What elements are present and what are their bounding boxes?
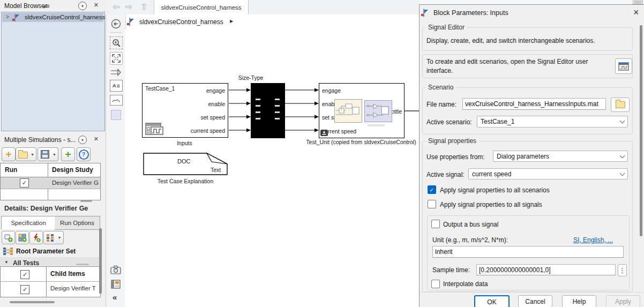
inputs-block[interactable]: TestCase_1 engage enable set speed curre… — [142, 83, 228, 138]
breadcrumb[interactable]: sldvexCruiseControl_harness — [139, 18, 223, 26]
tab-specification[interactable]: Specification — [1, 216, 56, 229]
browse-folder-icon — [616, 101, 625, 108]
back-icon[interactable]: ⇦ — [113, 2, 119, 12]
hide-browser-icon[interactable] — [110, 18, 122, 29]
breadcrumb-caret-icon[interactable]: ▶ — [230, 19, 233, 24]
tree-expand-icon[interactable]: > — [6, 14, 9, 20]
annotation-icon[interactable]: A≡ — [110, 80, 123, 92]
design-study-table: Run Design Study Design Verifier G — [0, 163, 101, 200]
dialog-scrollbar-thumb[interactable] — [640, 25, 642, 236]
area-box-icon[interactable] — [111, 110, 121, 120]
signal-properties-group: Signal properties Use properties from: D… — [422, 141, 633, 292]
add-parameter-set-button[interactable] — [2, 231, 15, 244]
child-items-checkbox[interactable] — [20, 270, 29, 279]
fit-to-view-icon[interactable] — [110, 52, 123, 65]
zoom-tool-icon[interactable] — [110, 36, 123, 49]
apply-all-signals-checkbox[interactable] — [428, 200, 436, 208]
open-signal-editor-button[interactable] — [615, 58, 632, 74]
add-design-study-button[interactable]: + — [61, 147, 75, 161]
model-browser-title: Model Browser — [4, 2, 47, 10]
help-button[interactable]: ? — [77, 147, 91, 161]
sample-time-input[interactable] — [476, 264, 616, 275]
panel-menu-icon[interactable]: ▾≡ — [43, 2, 50, 10]
model-browser-close-icon[interactable]: × — [94, 1, 99, 9]
unit-systems-link[interactable]: SI, English, ... — [573, 236, 613, 244]
inputs-port-current-speed: current speed — [191, 128, 225, 134]
apply-button[interactable]: Apply — [606, 295, 640, 307]
apply-all-scenarios-checkbox[interactable] — [428, 185, 436, 194]
active-signal-dropdown[interactable]: current speed — [468, 168, 628, 179]
size-type-title: Size-Type — [232, 74, 269, 81]
screenshot-icon[interactable] — [110, 264, 122, 275]
forward-icon[interactable]: ⇨ — [125, 2, 132, 12]
active-scenario-dropdown[interactable]: TestCase_1 — [477, 116, 628, 128]
editor-tab[interactable]: sldvexCruiseControl_harness — [154, 0, 249, 14]
block-plus-icon — [4, 234, 13, 242]
run-column-header: Run — [5, 166, 17, 174]
dialog-close-icon[interactable]: × — [633, 7, 639, 18]
tree-view-dropdown-button[interactable]: ▾ — [56, 231, 64, 244]
apply-all-scenarios-label: Apply signal properties to all scenarios — [440, 186, 550, 194]
ok-button[interactable]: OK — [474, 295, 510, 307]
splitter-grip-2[interactable] — [76, 264, 89, 265]
details-scrollbar-thumb[interactable] — [99, 228, 102, 294]
simulations-close-icon[interactable]: × — [94, 135, 99, 143]
model-canvas[interactable]: TestCase_1 engage enable set speed curre… — [125, 29, 419, 307]
size-type-block[interactable] — [251, 83, 285, 138]
up-icon[interactable]: ⇧ — [140, 2, 147, 12]
open-button[interactable] — [16, 147, 30, 161]
table-row[interactable]: Design Verifier G — [1, 177, 100, 189]
sample-time-menu-button[interactable]: ⋮ — [618, 264, 627, 276]
child-items-table: Child Items Design Verifier T — [0, 266, 101, 297]
harness-model-icon — [14, 13, 16, 22]
inputs-scenario-label: TestCase_1 — [145, 85, 175, 92]
active-signal-label: Active signal: — [426, 171, 465, 178]
add-table-button[interactable] — [16, 231, 29, 244]
design-study-cell: Design Verifier G — [52, 179, 99, 186]
tree-view-button[interactable] — [43, 231, 57, 244]
file-name-label: File name: — [426, 101, 456, 108]
unit-input[interactable] — [432, 246, 624, 258]
dialog-button-bar: OK Cancel Help Apply — [420, 292, 644, 307]
interpolate-checkbox[interactable] — [431, 280, 440, 288]
viewmarks-icon[interactable] — [110, 279, 122, 289]
bottom-grip[interactable] — [10, 301, 55, 303]
image-annotation-icon[interactable] — [110, 95, 123, 106]
inputs-port-engage: engage — [206, 87, 225, 94]
scenario-legend: Scenario — [426, 84, 455, 91]
save-dropdown-button[interactable]: ▾ — [51, 147, 58, 161]
block-parameters-dialog: Block Parameters: Inputs × Signal Editor… — [419, 4, 644, 307]
use-properties-dropdown[interactable]: Dialog parameters — [493, 151, 628, 162]
tab-run-options[interactable]: Run Options — [55, 216, 100, 230]
editor-top-bar: ⇦ ⇨ ⇧ sldvexCruiseControl_harness — [106, 0, 419, 15]
collapse-strip-icon[interactable]: « — [113, 293, 117, 302]
run-checkbox[interactable] — [20, 178, 29, 188]
signal-routing-icon[interactable] — [110, 68, 122, 77]
add-fault-button[interactable] — [29, 231, 43, 244]
scenario-group: Scenario File name: Active scenario: Tes… — [422, 87, 633, 134]
signal-editor-description: Display, create, edit, and switch interc… — [426, 37, 595, 44]
chevron-down-icon — [620, 118, 625, 124]
details-header: Details: Design Verifier Ge — [4, 205, 88, 212]
save-button[interactable] — [38, 147, 52, 161]
file-name-input[interactable] — [462, 98, 606, 110]
child-items-label: Child Items — [50, 270, 85, 278]
panel-minimize-icon[interactable]: ▾ — [78, 2, 87, 10]
test-unit-block[interactable]: engage enable set speed current speed th… — [319, 83, 405, 138]
splitter-grip[interactable] — [80, 200, 92, 202]
add-simulation-button[interactable]: + — [2, 147, 16, 161]
design-verifier-label: Design Verifier T — [50, 285, 96, 291]
cancel-button[interactable]: Cancel — [518, 295, 552, 307]
model-browser-panel: Model Browser ▾≡ ▾ × > sldvexCruiseContr… — [0, 0, 106, 133]
design-verifier-checkbox[interactable] — [20, 285, 29, 294]
tree-item-selected[interactable]: > sldvexCruiseControl_harness — [2, 13, 103, 22]
breadcrumb-model-icon — [129, 18, 130, 26]
help-button[interactable]: Help — [562, 295, 596, 307]
root-parameter-set-row[interactable]: Root Parameter Set — [0, 245, 100, 258]
keyboard-icon — [633, 1, 643, 4]
simulations-minimize-icon[interactable]: ▾ — [78, 136, 87, 144]
tree-view-icon — [46, 234, 55, 242]
output-bus-checkbox[interactable] — [431, 220, 440, 228]
open-dropdown-button[interactable]: ▾ — [29, 147, 36, 161]
browse-file-button[interactable] — [611, 98, 630, 112]
